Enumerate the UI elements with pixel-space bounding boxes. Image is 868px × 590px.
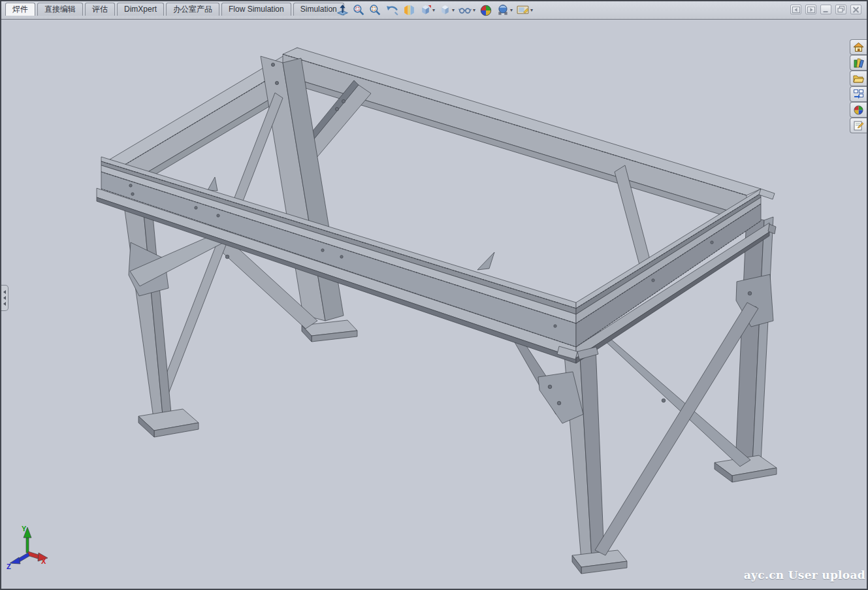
triad-z-label: Z	[7, 563, 11, 570]
collapse-arrow-icon	[3, 290, 6, 294]
task-pane	[850, 39, 867, 133]
close-button[interactable]	[850, 5, 861, 14]
taskpane-tab-design-library[interactable]	[850, 55, 867, 71]
hide-show-items-icon[interactable]: ▾	[457, 3, 477, 17]
chevron-down-icon[interactable]: ▾	[452, 7, 455, 13]
section-view-icon[interactable]	[401, 3, 417, 17]
solidworks-window: 焊件 直接编辑 评估 DimXpert 办公室产品 Flow Simulatio…	[0, 0, 868, 590]
view-orientation-icon[interactable]: ▾	[417, 3, 437, 17]
taskpane-tab-view-palette[interactable]	[850, 86, 867, 102]
chevron-down-icon[interactable]: ▾	[530, 7, 533, 13]
tab-flow-simulation[interactable]: Flow Simulation	[221, 3, 291, 16]
tab-evaluate[interactable]: 评估	[85, 3, 115, 16]
edit-appearance-icon[interactable]	[477, 3, 494, 18]
collapse-arrow-icon	[3, 296, 6, 300]
heads-up-view-toolbar: ▾ ▾ ▾ ▾ ▾	[334, 2, 535, 18]
tab-dimxpert[interactable]: DimXpert	[117, 3, 164, 16]
zoom-to-area-icon[interactable]	[367, 3, 383, 17]
weldment-frame-model[interactable]: Y X Z	[1, 20, 867, 589]
tab-direct-editing[interactable]: 直接编辑	[37, 3, 83, 16]
spatial-arrow-icon[interactable]	[334, 3, 351, 17]
triad-y-label: Y	[22, 525, 27, 533]
tab-weldments[interactable]: 焊件	[5, 3, 35, 16]
zoom-to-fit-icon[interactable]	[351, 3, 367, 17]
tab-office-products[interactable]: 办公室产品	[166, 3, 219, 16]
taskpane-tab-custom-properties[interactable]	[850, 118, 867, 133]
collapse-arrow-icon	[3, 302, 6, 306]
command-tabs: 焊件 直接编辑 评估 DimXpert 办公室产品 Flow Simulatio…	[5, 3, 346, 16]
brace-tip	[477, 252, 494, 270]
restore-button[interactable]	[835, 5, 846, 14]
command-manager-bar: 焊件 直接编辑 评估 DimXpert 办公室产品 Flow Simulatio…	[1, 1, 867, 20]
featuremanager-collapse-tab[interactable]	[1, 285, 8, 311]
watermark: ayc.cn User upload	[744, 568, 865, 582]
orientation-triad: Y X Z	[7, 525, 48, 570]
graphics-viewport[interactable]: Y X Z	[1, 20, 867, 589]
chevron-down-icon[interactable]: ▾	[432, 7, 435, 13]
collapse-right-button[interactable]	[805, 5, 816, 14]
taskpane-tab-file-explorer[interactable]	[850, 71, 867, 86]
brace-tip	[208, 177, 217, 191]
collapse-left-button[interactable]	[790, 5, 801, 14]
taskpane-tab-resources[interactable]	[850, 39, 867, 55]
view-settings-icon[interactable]: ▾	[515, 3, 535, 17]
window-controls	[790, 5, 861, 14]
chevron-down-icon[interactable]: ▾	[510, 7, 513, 13]
minimize-button[interactable]	[820, 5, 831, 14]
previous-view-icon[interactable]	[383, 3, 401, 17]
taskpane-tab-appearances[interactable]	[850, 102, 867, 118]
triad-x-label: X	[41, 557, 46, 565]
apply-scene-icon[interactable]: ▾	[494, 3, 515, 18]
display-style-icon[interactable]: ▾	[437, 3, 457, 17]
chevron-down-icon[interactable]: ▾	[473, 7, 475, 13]
